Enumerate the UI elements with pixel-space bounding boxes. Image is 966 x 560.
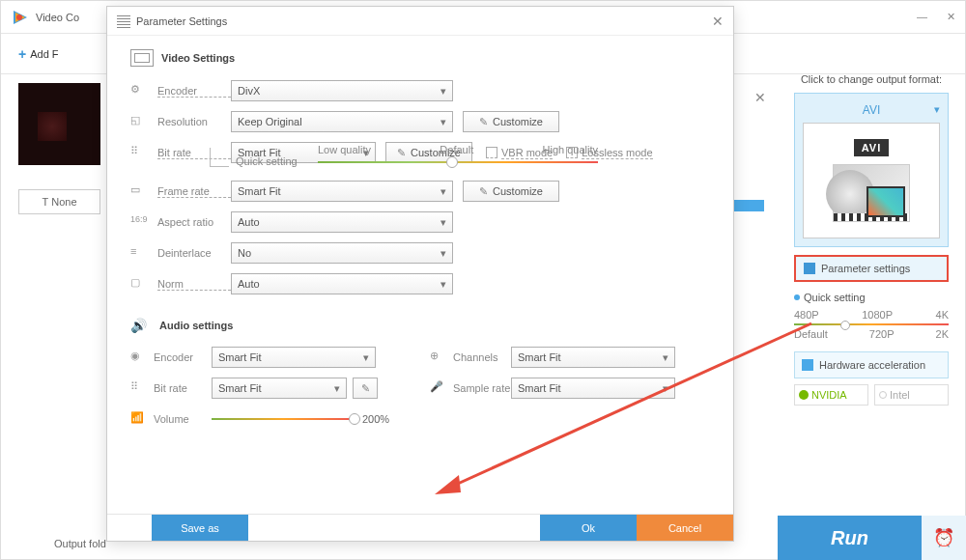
preset: 1080P [862,309,893,321]
modal-close-icon[interactable]: ✕ [712,14,724,29]
samplerate-label: Sample rate [453,382,511,394]
framerate-dropdown[interactable]: Smart Fit▾ [231,181,453,202]
resolution-dropdown[interactable]: Keep Original▾ [231,111,453,132]
quality-slider[interactable] [318,161,598,163]
chip-icon [802,359,813,371]
deinterlace-label: Deinterlace [157,247,231,259]
text-icon: T [42,196,48,208]
modal-body: Video Settings ⚙ Encoder DivX▾ ◱ Resolut… [107,36,733,499]
audio-bitrate-dropdown[interactable]: Smart Fit▾ [212,378,347,399]
encoder-row: ⚙ Encoder DivX▾ [130,80,710,101]
low-label: Low quality [318,144,371,155]
resolution-value: Keep Original [238,116,302,127]
resolution-row: ◱ Resolution Keep Original▾ ✎Customize [130,111,710,132]
encoder-dropdown[interactable]: DivX▾ [231,80,453,101]
format-selector[interactable]: AVI ▾ AVI [794,93,949,247]
pencil-icon: ✎ [479,116,488,128]
video-section-header: Video Settings [130,49,710,67]
add-file-label: Add F [30,48,58,60]
aspect-dropdown[interactable]: Auto▾ [231,211,453,233]
run-button[interactable]: Run [778,516,922,560]
norm-value: Auto [238,278,260,290]
volume-row: 📶 Volume 200% [130,408,710,430]
default-label: Default [440,144,473,155]
modal-title: Parameter Settings [136,15,227,27]
channels-value: Smart Fit [518,351,561,363]
item-close-icon[interactable]: ✕ [754,90,766,105]
add-file-button[interactable]: + Add F [18,46,59,62]
subtitle-none-button[interactable]: T None [18,189,100,214]
aspect-icon: 16:9 [130,214,146,230]
samplerate-dropdown[interactable]: Smart Fit▾ [511,378,675,399]
ok-button[interactable]: Ok [540,515,637,541]
audio-section-label: Audio settings [159,320,233,331]
close-icon[interactable]: ✕ [947,11,955,23]
chevron-down-icon: ▾ [334,382,340,395]
settings-icon [117,14,130,28]
norm-row: ▢ Norm Auto▾ [130,273,710,294]
quality-scale[interactable]: 480P1080P4K Default720P2K [794,309,949,340]
parameter-settings-label: Parameter settings [821,263,910,274]
preset: 720P [869,328,895,340]
save-as-button[interactable]: Save as [152,515,248,541]
framerate-label: Frame rate [157,185,231,198]
chevron-down-icon: ▾ [663,382,668,395]
framerate-icon: ▭ [130,183,146,199]
audio-bitrate-value: Smart Fit [218,382,262,394]
channels-dropdown[interactable]: Smart Fit▾ [511,347,675,368]
video-icon [130,49,154,67]
volume-slider[interactable] [212,418,355,420]
video-thumbnail[interactable] [18,83,100,165]
parameter-settings-button[interactable]: Parameter settings [794,255,949,282]
plus-icon: + [18,46,26,62]
chevron-down-icon: ▾ [440,116,446,128]
chevron-down-icon: ▾ [440,85,446,98]
audio-encoder-dropdown[interactable]: Smart Fit▾ [212,347,376,368]
app-logo-icon [11,8,30,27]
intel-card[interactable]: Intel [874,384,949,406]
volume-icon: 📶 [130,411,146,427]
norm-dropdown[interactable]: Auto▾ [231,273,453,294]
minimize-icon[interactable]: — [917,11,927,23]
norm-icon: ▢ [130,276,146,292]
samplerate-value: Smart Fit [518,382,561,394]
elbow-connector [210,148,229,167]
video-section-label: Video Settings [161,52,235,64]
run-bar: Run ⏰ [778,516,966,560]
deinterlace-value: No [238,247,251,259]
nvidia-label: NVIDIA [811,389,847,401]
aspect-row: 16:9 Aspect ratio Auto▾ [130,211,710,233]
framerate-customize-button[interactable]: ✎Customize [463,181,559,202]
intel-label: Intel [890,389,910,401]
intel-icon [879,391,887,399]
avi-art-icon [833,164,910,222]
chevron-down-icon: ▾ [440,185,446,198]
deinterlace-icon: ≡ [130,245,146,261]
hardware-acceleration-button[interactable]: Hardware acceleration [794,351,949,378]
pencil-icon: ✎ [479,185,488,198]
gpu-row: NVIDIA Intel [794,384,949,406]
modal-footer: Save as Ok Cancel [107,514,733,541]
quick-label: Quick setting [236,155,298,167]
chevron-down-icon: ▾ [363,351,369,364]
volume-value: 200% [362,413,389,425]
preset: 480P [794,309,819,321]
modal-header: Parameter Settings ✕ [107,7,733,36]
samplerate-icon: 🎤 [430,380,445,396]
nvidia-card[interactable]: NVIDIA [794,384,868,406]
quick-setting-label: Quick setting [804,292,866,303]
schedule-icon[interactable]: ⏰ [922,516,966,560]
audio-encoder-icon: ◉ [130,350,146,365]
cancel-button[interactable]: Cancel [637,515,733,541]
output-folder-label: Output fold [54,538,106,549]
preset: 4K [936,309,949,321]
volume-label: Volume [154,413,212,425]
audio-section-header: Audio settings [130,318,710,333]
format-preview: AVI [803,123,940,238]
channels-label: Channels [453,351,511,363]
audio-bitrate-edit-button[interactable]: ✎ [353,378,378,399]
right-panel: Click to change output format: AVI ▾ AVI… [794,73,949,406]
audio-encoder-row: ◉ Encoder Smart Fit▾ ⊕ Channels Smart Fi… [130,347,710,368]
deinterlace-dropdown[interactable]: No▾ [231,242,453,264]
resolution-customize-button[interactable]: ✎Customize [463,111,559,132]
